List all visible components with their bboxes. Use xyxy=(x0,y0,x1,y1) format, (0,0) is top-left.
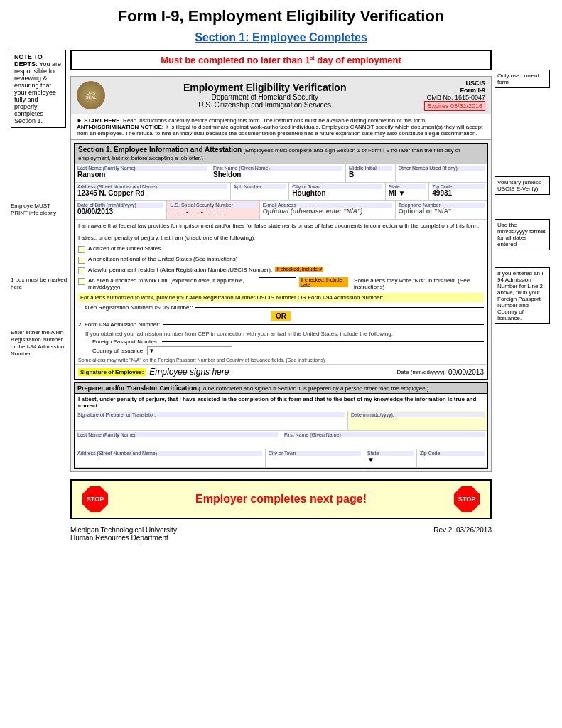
footer: Michigan Technological University Human … xyxy=(70,526,492,542)
form-header-text: Employment Eligibility Verification Depa… xyxy=(111,82,418,109)
alien-reg-input[interactable] xyxy=(195,307,484,308)
form-title: Employment Eligibility Verification xyxy=(111,82,418,93)
preparer-state-value[interactable]: ▼ xyxy=(367,456,414,466)
apt-cell: Apt. Number xyxy=(231,183,290,200)
preparer-title: Preparer and/or Translator Certification… xyxy=(75,383,487,394)
revision-info: Rev 2. 03/26/2013 xyxy=(433,526,492,542)
enter-alien-label: Enter either the Alien Registration Numb… xyxy=(11,329,64,357)
must-complete-box: Must be completed no later than 1st day … xyxy=(70,50,492,70)
stop-label-left: STOP xyxy=(87,496,104,503)
preparer-zip-label: Zip Code xyxy=(420,451,485,456)
preparer-last-name-value[interactable] xyxy=(77,437,278,447)
preparer-sig-cell: Signature of Preparer or Translator: xyxy=(75,411,348,430)
start-text: Read instructions carefully before compl… xyxy=(121,117,426,124)
first-name-value: Sheldon xyxy=(213,171,342,181)
other-names-cell: Other Names Used (if any) xyxy=(396,164,487,182)
only-use-annotation: Only use current form xyxy=(495,70,551,91)
attest-text: I attest, under penalty of perjury, that… xyxy=(78,235,255,241)
dob-row: Date of Birth (mm/dd/yyyy) 00/00/2013 U.… xyxy=(75,201,487,220)
employee-must-label: Employe MUST PRINT info clearly xyxy=(11,203,56,216)
zip-value: 49931 xyxy=(432,189,485,199)
preparer-date-cell: Date (mm/dd/yyyy): xyxy=(348,411,487,430)
perm-resident-checkbox[interactable] xyxy=(78,267,85,274)
preparer-box: Preparer and/or Translator Certification… xyxy=(74,382,488,469)
only-use-text: Only use current form xyxy=(497,73,539,85)
only-use-box: Only use current form xyxy=(495,70,550,88)
or-badge: OR xyxy=(271,311,291,321)
or-container: OR xyxy=(78,312,484,320)
city-cell: City or Town Houghton xyxy=(289,183,385,200)
preparer-sig-row: Signature of Preparer or Translator: Dat… xyxy=(75,411,487,431)
form-card: DHSSEAL Employment Eligibility Verificat… xyxy=(70,76,492,472)
country-dropdown[interactable]: ▼ xyxy=(147,346,232,355)
checkbox-citizen[interactable]: A citizen of the United States xyxy=(75,244,487,255)
use-mmddyyyy-box: Use the mm/dd/yyyy format for all dates … xyxy=(495,219,550,250)
dhs-seal: DHSSEAL xyxy=(77,81,105,109)
foreign-passport-label: Foreign Passport Number: xyxy=(92,338,159,345)
section1-box: Section 1. Employee Information and Atte… xyxy=(74,143,488,380)
foreign-passport-input[interactable] xyxy=(162,341,484,342)
alien-line2: 2. Form I-94 Admission Number: xyxy=(78,321,484,328)
some-aliens-note: Some aliens may write "N/A" on the Forei… xyxy=(78,358,484,363)
alien-line1: 1. Alien Registration Number/USCIS Numbe… xyxy=(78,304,484,311)
phone-cell: Telephone Number Optional or "N/A" xyxy=(396,201,487,219)
checkbox-permanent-resident[interactable]: A lawful permanent resident (Alien Regis… xyxy=(75,265,487,276)
preparer-zip-cell: Zip Code xyxy=(417,449,487,467)
noncitizen-checkbox[interactable] xyxy=(78,257,85,264)
preparer-address-value[interactable] xyxy=(77,456,262,466)
form-agency: U.S. Citizenship and Immigration Service… xyxy=(111,101,418,109)
left-annotations: NOTE TO DEPTS: You are responsible for r… xyxy=(11,50,67,542)
alien-label: An alien authorized to work until (expir… xyxy=(88,277,256,290)
noncitizen-label: A noncitizen national of the United Stat… xyxy=(88,256,237,262)
i94-input[interactable] xyxy=(163,324,484,325)
phone-label: Telephone Number xyxy=(399,203,485,208)
preparer-address-cell: Address (Street Number and Name) xyxy=(75,449,266,467)
note-text: You are responsible for reviewing & ensu… xyxy=(14,60,61,124)
dob-value: 00/00/2013 xyxy=(77,208,163,218)
state-value: MI ▼ xyxy=(389,189,426,199)
preparer-title-sub: (To be completed and signed if Section 1… xyxy=(197,385,428,392)
preparer-sig-label: Signature of Preparer or Translator: xyxy=(77,412,345,417)
preparer-city-value[interactable] xyxy=(269,456,361,466)
preparer-state-label: State xyxy=(367,451,414,456)
if-checked-include-label: If checked, include # xyxy=(275,267,323,272)
address-cell: Address (Street Number and Name) 12345 N… xyxy=(75,183,231,200)
checkbox-alien[interactable]: An alien authorized to work until (expir… xyxy=(75,276,487,291)
last-name-label: Last Name (Family Name) xyxy=(77,166,207,171)
preparer-sig-value[interactable] xyxy=(77,417,345,429)
form-dept: Department of Homeland Security xyxy=(111,93,418,101)
ssn-label: U.S. Social Security Number xyxy=(170,203,256,208)
form-header: DHSSEAL Employment Eligibility Verificat… xyxy=(71,77,491,114)
note-label: NOTE TO DEPTS: xyxy=(14,53,43,68)
city-value: Houghton xyxy=(292,189,382,199)
must-complete-text2: day of employment xyxy=(315,55,401,65)
alien-line2-label: 2. Form I-94 Admission Number: xyxy=(78,321,160,328)
alien-checkbox[interactable] xyxy=(78,278,85,285)
alien-fields: For aliens authorized to work, provide y… xyxy=(75,291,487,364)
citizen-checkbox[interactable] xyxy=(78,246,85,253)
preparer-address-row: Address (Street Number and Name) City or… xyxy=(75,449,487,468)
voluntary-annotation: Voluntary (unless USCIS E-Verify) xyxy=(495,176,551,198)
omb-number: OMB No. 1615-0047 xyxy=(424,94,485,101)
preparer-date-value[interactable] xyxy=(351,417,485,427)
use-mmddyyyy-text: Use the mm/dd/yyyy format for all dates … xyxy=(497,222,546,247)
stop-sign-left: STOP xyxy=(82,486,108,512)
bottom-bar: STOP Employer completes next page! STOP xyxy=(70,479,492,519)
preparer-address-label: Address (Street Number and Name) xyxy=(77,451,262,456)
section-heading: Section 1: Employee Completes xyxy=(11,31,551,44)
alien-intro: For aliens authorized to work, provide y… xyxy=(78,293,484,302)
preparer-zip-value[interactable] xyxy=(420,456,485,466)
apt-value xyxy=(234,189,286,199)
other-names-label: Other Names Used (if any) xyxy=(399,166,485,171)
checkbox-noncitizen[interactable]: A noncitizen national of the United Stat… xyxy=(75,255,487,265)
middle-initial-value: B xyxy=(349,171,392,181)
zip-label: Zip Code xyxy=(432,184,485,189)
enter-alien-annotation: Enter either the Alien Registration Numb… xyxy=(11,328,67,357)
name-row: Last Name (Family Name) Ransom First Nam… xyxy=(75,164,487,183)
some-aliens-text: Some aliens may write "N/A" in this fiel… xyxy=(354,277,484,290)
note-to-depts-box: NOTE TO DEPTS: You are responsible for r… xyxy=(11,50,66,128)
preparer-first-name-value[interactable] xyxy=(284,437,485,447)
start-here-label: START HERE. xyxy=(84,117,121,124)
address-row: Address (Street Number and Name) 12345 N… xyxy=(75,183,487,201)
university-name: Michigan Technological University xyxy=(70,526,177,534)
